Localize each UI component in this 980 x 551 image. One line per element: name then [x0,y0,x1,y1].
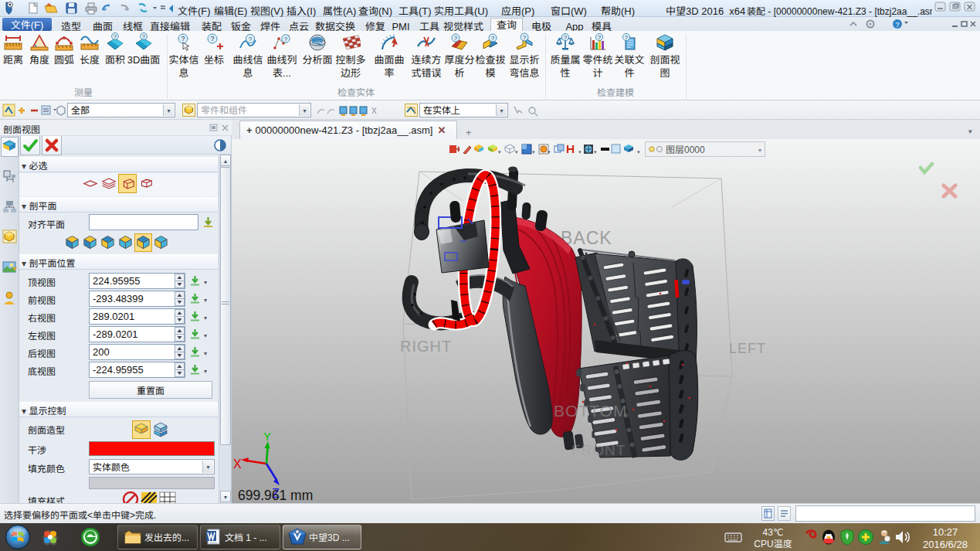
svg-text:Y: Y [263,430,271,443]
svg-text:X: X [233,457,242,471]
svg-text:?: ? [895,21,899,29]
svg-text:?: ? [454,35,458,42]
svg-text:?: ? [491,35,495,42]
svg-text:?: ? [625,34,629,41]
svg-text:?: ? [598,34,602,41]
svg-text:?: ? [284,36,288,43]
svg-text:?: ? [114,34,117,39]
svg-text:?: ? [564,34,568,41]
svg-text:FRONT: FRONT [571,442,626,458]
svg-text:?: ? [181,35,185,43]
svg-text:699.961 mm: 699.961 mm [238,488,313,503]
svg-text:?: ? [210,35,214,43]
svg-text:BOTTOM: BOTTOM [554,402,627,420]
svg-text:?: ? [523,34,527,41]
svg-text:?: ? [142,34,145,39]
svg-text:RIGHT: RIGHT [400,338,452,355]
svg-text:LEFT: LEFT [729,341,766,356]
svg-text:?: ? [249,36,253,43]
